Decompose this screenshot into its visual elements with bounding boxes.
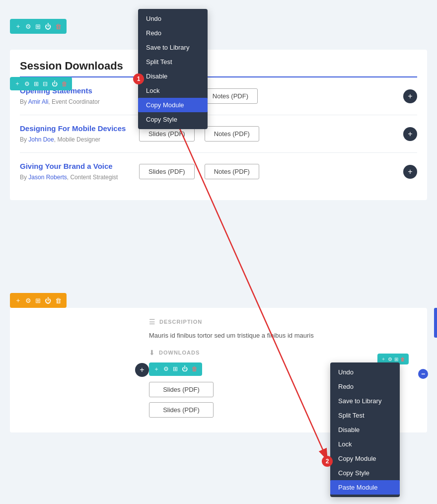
sec-power-icon[interactable]: ⏻ bbox=[52, 80, 58, 87]
menu-item-disable[interactable]: Disable bbox=[138, 69, 208, 83]
notes-pdf-btn-3[interactable]: Notes (PDF) bbox=[205, 164, 259, 179]
author-link-3[interactable]: Jason Roberts bbox=[28, 174, 67, 181]
badge-2: 2 bbox=[322, 456, 333, 467]
cm2-copy-module[interactable]: Copy Module bbox=[330, 451, 400, 466]
ot-gear-icon[interactable]: ⚙ bbox=[25, 297, 31, 304]
fr-gear-icon[interactable]: ⚙ bbox=[388, 357, 392, 362]
sec-copy-icon[interactable]: ⊞ bbox=[34, 80, 39, 87]
menu-item-save-library[interactable]: Save to Library bbox=[138, 40, 208, 55]
notes-pdf-btn-1[interactable]: Notes (PDF) bbox=[203, 88, 258, 104]
cm2-disable[interactable]: Disable bbox=[330, 423, 400, 437]
it-trash-icon[interactable]: 🗑 bbox=[192, 365, 198, 372]
power-icon[interactable]: ⏻ bbox=[45, 23, 51, 30]
download-info-3: Giving Your Brand a Voice By Jason Rober… bbox=[20, 162, 129, 181]
it-copy-icon[interactable]: ⊞ bbox=[173, 365, 178, 372]
cm2-redo[interactable]: Redo bbox=[330, 379, 400, 394]
trash-icon[interactable]: 🗑 bbox=[55, 23, 62, 30]
menu-item-copy-module[interactable]: Copy Module bbox=[138, 98, 208, 112]
context-menu-1: Undo Redo Save to Library Split Test Dis… bbox=[138, 9, 208, 129]
session-section: Session Downloads Opening Statements By … bbox=[10, 50, 427, 200]
downloads-label: DOWNLOADS bbox=[159, 350, 200, 356]
it-gear-icon[interactable]: ⚙ bbox=[163, 365, 169, 372]
badge-1: 1 bbox=[133, 73, 144, 84]
top-toolbar[interactable]: ＋ ⚙ ⊞ ⏻ 🗑 bbox=[10, 19, 67, 34]
bottom-slides-btn-1[interactable]: Slides (PDF) bbox=[149, 382, 214, 397]
description-text: Mauris id finibus tortor sed um tristiqu… bbox=[149, 331, 372, 341]
it-power-icon[interactable]: ⏻ bbox=[182, 365, 188, 372]
download-author-2: By John Doe, Mobile Designer bbox=[20, 136, 100, 143]
download-title-2[interactable]: Designing For Mobile Devices bbox=[20, 124, 129, 133]
download-author: By Amir Ali, Event Coordinator bbox=[20, 98, 100, 105]
menu-item-undo[interactable]: Undo bbox=[138, 11, 208, 26]
gear-icon[interactable]: ⚙ bbox=[25, 23, 31, 30]
author-link[interactable]: Amir Ali bbox=[28, 98, 49, 105]
plus-circle-3[interactable]: + bbox=[403, 165, 417, 179]
section-toolbar[interactable]: ＋ ⚙ ⊞ ⊟ ⏻ 🗑 bbox=[10, 77, 72, 90]
ot-copy-icon[interactable]: ⊞ bbox=[35, 297, 41, 304]
fr-trash-icon[interactable]: 🗑 bbox=[400, 357, 405, 362]
fr-copy-icon[interactable]: ⊞ bbox=[394, 357, 398, 362]
sec-gear-icon[interactable]: ⚙ bbox=[24, 80, 30, 87]
slides-pdf-btn-3[interactable]: Slides (PDF) bbox=[139, 164, 195, 179]
sec-grid-icon[interactable]: ⊟ bbox=[43, 80, 48, 87]
description-section: ☰ DESCRIPTION bbox=[149, 318, 372, 326]
bottom-slides-btn-2[interactable]: Slides (PDF) bbox=[149, 402, 214, 418]
cm2-paste-module[interactable]: Paste Module bbox=[330, 480, 400, 495]
menu-item-lock[interactable]: Lock bbox=[138, 83, 208, 98]
context-menu-2: Undo Redo Save to Library Split Test Dis… bbox=[330, 362, 400, 497]
download-row-3: Giving Your Brand a Voice By Jason Rober… bbox=[20, 153, 417, 190]
menu-item-split-test[interactable]: Split Test bbox=[138, 55, 208, 69]
ot-trash-icon[interactable]: 🗑 bbox=[55, 297, 62, 304]
menu-item-redo[interactable]: Redo bbox=[138, 26, 208, 40]
cm2-save-library[interactable]: Save to Library bbox=[330, 394, 400, 408]
cm2-copy-style[interactable]: Copy Style bbox=[330, 466, 400, 480]
dl-icon: ⬇ bbox=[149, 349, 155, 357]
bottom-toolbar-orange[interactable]: ＋ ⚙ ⊞ ⏻ 🗑 bbox=[10, 293, 67, 308]
fr-plus-icon[interactable]: ＋ bbox=[381, 356, 386, 362]
download-author-3: By Jason Roberts, Content Strategist bbox=[20, 174, 118, 181]
session-title: Session Downloads bbox=[20, 60, 417, 72]
downloads-label-row: ⬇ DOWNLOADS bbox=[149, 349, 372, 357]
sec-trash-icon[interactable]: 🗑 bbox=[62, 80, 68, 87]
notes-pdf-btn-2[interactable]: Notes (PDF) bbox=[205, 126, 259, 142]
copy-icon[interactable]: ⊞ bbox=[35, 23, 41, 30]
plus-circle-1[interactable]: + bbox=[403, 89, 417, 103]
download-row-2: Designing For Mobile Devices By John Doe… bbox=[20, 115, 417, 153]
it-plus-icon[interactable]: ＋ bbox=[153, 365, 159, 373]
cm2-undo[interactable]: Undo bbox=[330, 365, 400, 379]
description-label: DESCRIPTION bbox=[159, 319, 202, 325]
desc-icon: ☰ bbox=[149, 318, 155, 326]
menu-item-copy-style[interactable]: Copy Style bbox=[138, 112, 208, 127]
download-row: Opening Statements By Amir Ali, Event Co… bbox=[20, 77, 417, 115]
right-accent-bar bbox=[434, 308, 437, 338]
ot-plus-icon[interactable]: ＋ bbox=[15, 296, 21, 305]
plus-circle-2[interactable]: + bbox=[403, 127, 417, 141]
author-link-2[interactable]: John Doe bbox=[28, 136, 54, 143]
download-title-3[interactable]: Giving Your Brand a Voice bbox=[20, 162, 129, 170]
plus-circle-left[interactable]: + bbox=[135, 363, 149, 377]
plus-icon[interactable]: ＋ bbox=[15, 22, 21, 31]
ot-power-icon[interactable]: ⏻ bbox=[45, 297, 51, 304]
cm2-split-test[interactable]: Split Test bbox=[330, 408, 400, 423]
inner-toolbar-bottom[interactable]: ＋ ⚙ ⊞ ⏻ 🗑 bbox=[149, 362, 202, 376]
download-info-2: Designing For Mobile Devices By John Doe… bbox=[20, 124, 129, 144]
minus-circle[interactable]: − bbox=[418, 369, 428, 379]
sec-plus-icon[interactable]: ＋ bbox=[14, 79, 20, 88]
cm2-lock[interactable]: Lock bbox=[330, 437, 400, 451]
